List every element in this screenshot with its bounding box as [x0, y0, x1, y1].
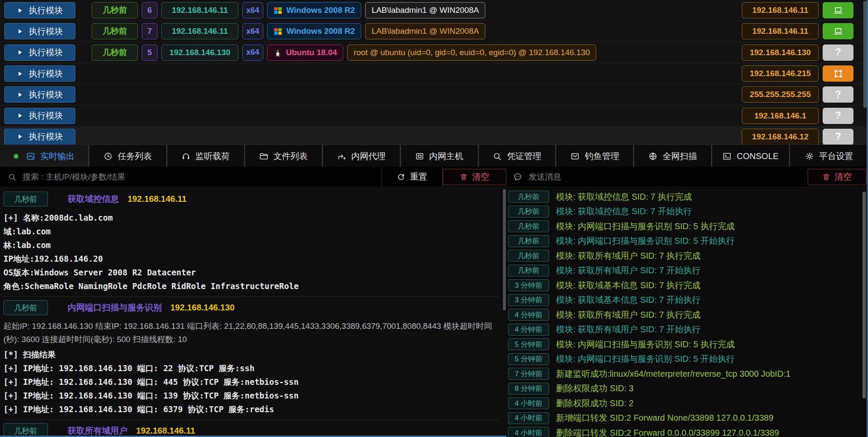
- messages-scrollbar[interactable]: [862, 192, 866, 399]
- laptop-icon: [833, 27, 843, 36]
- message-text: 模块: 内网端口扫描与服务识别 SID: 5 执行完成: [556, 221, 735, 232]
- session-info: 几秒前6192.168.146.11x64Windows 2008 R2LAB\…: [92, 2, 485, 18]
- tab-label: 文件列表: [273, 151, 308, 162]
- message-row: 4 小时前删除权限成功 SID: 2: [507, 397, 868, 409]
- os-label: Windows 2008 R2: [286, 6, 355, 15]
- clear-messages-button[interactable]: 清空: [808, 169, 866, 185]
- host-status-button[interactable]: [823, 2, 853, 18]
- message-time-badge: 3 分钟前: [508, 279, 549, 291]
- message-text: 模块: 内网端口扫描与服务识别 SID: 5 执行完成: [556, 339, 735, 350]
- execute-module-button[interactable]: 执行模块: [4, 2, 75, 18]
- message-time-badge: 几秒前: [508, 220, 549, 232]
- message-text: 模块: 获取所有域用户 SID: 7 开始执行: [556, 265, 701, 276]
- entry-module-name: 获取域控信息: [68, 193, 119, 205]
- log-line: [+] IP地址: 192.168.146.130 端口: 22 协议:TCP …: [3, 361, 499, 375]
- question-icon: ?: [835, 131, 841, 142]
- arch-badge: x64: [242, 44, 263, 61]
- tab-platform-settings[interactable]: 平台设置: [790, 145, 868, 167]
- message-text: 模块: 内网端口扫描与服务识别 SID: 5 开始执行: [556, 353, 735, 365]
- message-row: 3 分钟前模块: 获取域基本信息 SID: 7 执行完成: [507, 279, 868, 291]
- host-ip-badge: 255.255.255.255: [742, 86, 819, 103]
- session-row: 执行模块几秒前5192.168.146.130x64Ubuntu 18.04ro…: [0, 42, 868, 63]
- message-text: 模块: 内网端口扫描与服务识别 SID: 5 开始执行: [556, 235, 735, 247]
- clear-output-label: 清空: [472, 171, 489, 183]
- tab-credentials[interactable]: 凭证管理: [479, 145, 557, 167]
- host-cluster: 192.168.146.130?: [742, 44, 853, 61]
- sessions-scrollbar[interactable]: [863, 1, 867, 108]
- entry-params: 起始IP: 192.168.146.130 结束IP: 192.168.146.…: [3, 319, 499, 346]
- host-status-button[interactable]: [823, 65, 853, 82]
- trash-icon: [822, 173, 830, 181]
- arch-badge: x64: [242, 2, 263, 18]
- search-box: [0, 167, 382, 187]
- message-time-badge: 几秒前: [508, 191, 549, 203]
- host-cluster: 192.168.146.11: [742, 2, 853, 18]
- host-status-button[interactable]: ?: [823, 86, 853, 103]
- entry-module-name: 获取所有域用户: [68, 425, 128, 437]
- execute-module-button[interactable]: 执行模块: [4, 86, 75, 103]
- tab-intranet-hosts[interactable]: 内网主机: [401, 145, 479, 167]
- settings-icon: [805, 152, 814, 161]
- clear-messages-label: 清空: [835, 171, 852, 183]
- execute-module-button[interactable]: 执行模块: [4, 129, 75, 145]
- execute-module-button[interactable]: 执行模块: [4, 108, 75, 124]
- laptop-icon: [833, 6, 843, 15]
- host-status-button[interactable]: ?: [823, 108, 853, 124]
- execute-module-button[interactable]: 执行模块: [4, 23, 75, 39]
- message-text: 模块: 获取域基本信息 SID: 7 执行完成: [556, 280, 701, 291]
- message-text: 模块: 获取所有域用户 SID: 7 执行完成: [556, 250, 701, 262]
- session-row: 执行模块几秒前7192.168.146.11x64Windows 2008 R2…: [0, 21, 868, 42]
- message-row: 4 小时前新增端口转发 SID:2 Forward None/33898 127…: [507, 412, 868, 424]
- session-id-badge: 7: [142, 23, 158, 39]
- send-message-input[interactable]: [528, 172, 808, 182]
- session-row: 执行模块255.255.255.255?: [0, 84, 868, 105]
- search-input[interactable]: [22, 172, 381, 182]
- output-scrollbar[interactable]: [503, 189, 506, 310]
- session-info: 几秒前7192.168.146.11x64Windows 2008 R2LAB\…: [92, 23, 485, 39]
- play-icon: [17, 133, 23, 140]
- tab-listener-payload[interactable]: 监听载荷: [167, 145, 245, 167]
- reset-button[interactable]: 重置: [382, 167, 443, 187]
- os-badge: Ubuntu 18.04: [267, 44, 343, 61]
- log-line: IP地址:192.168.146.20: [3, 252, 499, 266]
- last-seen-badge: 几秒前: [92, 23, 138, 39]
- session-row: 执行模块192.168.146.215: [0, 63, 868, 84]
- clear-output-button[interactable]: 清空: [443, 169, 506, 185]
- session-user-badge: root @ ubuntu (uid=0, gid=0, euid=0, egi…: [347, 44, 596, 61]
- host-cluster: 255.255.255.255?: [742, 86, 853, 103]
- session-ip-badge: 192.168.146.11: [161, 23, 238, 39]
- refresh-icon: [397, 173, 405, 181]
- status-dot: [14, 154, 18, 159]
- proxy-icon: [337, 152, 346, 161]
- tab-bar: 实时输出任务列表监听载荷文件列表内网代理内网主机凭证管理钓鱼管理全网扫描CONS…: [0, 145, 868, 168]
- tab-phishing[interactable]: 钓鱼管理: [556, 145, 634, 167]
- message-text: 新增端口转发 SID:2 Forward None/33898 127.0.0.…: [556, 412, 773, 424]
- execute-module-button[interactable]: 执行模块: [4, 44, 75, 61]
- message-time-badge: 4 小时前: [508, 427, 549, 437]
- message-text: 模块: 获取域控信息 SID: 7 执行完成: [556, 191, 692, 203]
- tab-intranet-proxy[interactable]: 内网代理: [323, 145, 401, 167]
- session-user-badge: LAB\labadmin1 @ WIN2008A: [365, 2, 485, 18]
- message-row: 几秒前模块: 内网端口扫描与服务识别 SID: 5 执行完成: [507, 220, 868, 232]
- log-line: [+] IP地址: 192.168.146.130 端口: 6379 协议:TC…: [3, 402, 499, 416]
- tab-console[interactable]: CONSOLE: [712, 145, 790, 167]
- windows-icon: [273, 6, 282, 15]
- chat-bubble-icon: [513, 172, 522, 181]
- tab-network-scan[interactable]: 全网扫描: [634, 145, 712, 167]
- session-info: 几秒前5192.168.146.130x64Ubuntu 18.04root @…: [92, 44, 596, 61]
- toolbar: 重置 清空 清空: [0, 167, 868, 187]
- host-status-button[interactable]: [823, 23, 853, 39]
- tab-label: 任务列表: [118, 151, 152, 162]
- execute-module-button[interactable]: 执行模块: [4, 65, 75, 82]
- entry-target-ip: 192.168.146.130: [170, 303, 235, 313]
- host-status-button[interactable]: ?: [823, 129, 853, 145]
- listener-icon: [181, 152, 190, 161]
- tab-label: 钓鱼管理: [585, 151, 619, 162]
- host-status-button[interactable]: ?: [823, 44, 853, 61]
- tab-task-list[interactable]: 任务列表: [89, 145, 167, 167]
- message-text: 模块: 获取域基本信息 SID: 7 开始执行: [556, 294, 701, 306]
- message-row: 4 分钟前模块: 获取所有域用户 SID: 7 执行完成: [507, 309, 868, 321]
- tab-realtime-output[interactable]: 实时输出: [0, 145, 89, 167]
- play-icon: [17, 7, 23, 14]
- tab-file-list[interactable]: 文件列表: [245, 145, 323, 167]
